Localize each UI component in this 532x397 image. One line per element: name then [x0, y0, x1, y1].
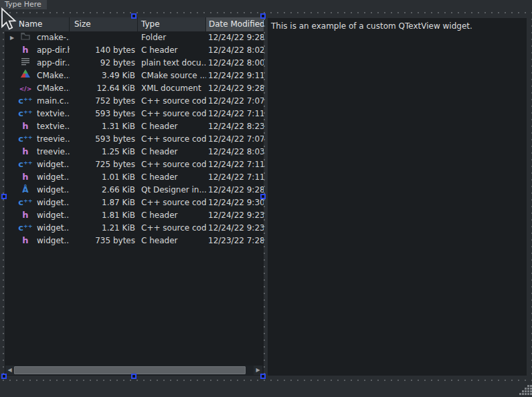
- table-row[interactable]: ▶ cmake-... Folder 12/24/22 9:28 .: [5, 31, 264, 44]
- cpp-icon: c⁺⁺: [21, 96, 30, 106]
- selection-handle[interactable]: [260, 374, 266, 379]
- folder-icon: [21, 33, 30, 43]
- scrollbar-thumb[interactable]: [14, 366, 246, 374]
- cell-type: plain text docu...: [138, 57, 206, 70]
- cell-size: 1.81 KiB: [70, 209, 138, 222]
- cell-name: h widget...: [5, 171, 70, 184]
- c-header-icon: h: [21, 211, 30, 221]
- cell-date-modified: 12/24/22 7:07 .: [206, 95, 264, 108]
- c-header-icon: h: [21, 147, 30, 157]
- cell-date-modified: 12/24/22 8:00 .: [206, 57, 264, 70]
- selection-handle[interactable]: [1, 374, 7, 379]
- cell-date-modified: 12/24/22 9:11 .: [206, 70, 264, 82]
- cpp-icon: c⁺⁺: [21, 160, 30, 170]
- cell-name: c⁺⁺ widget...: [5, 222, 70, 235]
- resize-grip[interactable]: [515, 382, 532, 396]
- qt-ui-icon: Å: [21, 185, 30, 195]
- cell-size: 92 bytes: [70, 57, 138, 70]
- cell-type: C header: [138, 209, 206, 222]
- cell-type: XML document: [138, 82, 206, 95]
- table-row[interactable]: h treevie... 1.25 KiB C header 12/24/22 …: [5, 146, 264, 158]
- cell-name: c⁺⁺ textvie...: [5, 108, 70, 120]
- cell-date-modified: 12/24/22 9:23 .: [206, 209, 264, 222]
- cell-name: h widget...: [5, 209, 70, 222]
- cell-size: 593 bytes: [70, 108, 138, 120]
- table-row[interactable]: CMake... 3.49 KiB CMake source ... 12/24…: [5, 70, 264, 82]
- cell-size: 1.31 KiB: [70, 120, 138, 133]
- cell-name: h textvie...: [5, 120, 70, 133]
- text-view-content: This is an example of a custom QTextView…: [271, 21, 472, 31]
- file-tree-view[interactable]: Name Size Type Date Modified ▶ cmake-...…: [5, 17, 264, 376]
- cell-name: c⁺⁺ main.c...: [5, 95, 70, 108]
- cell-size: 12.64 KiB: [70, 82, 138, 95]
- cell-type: Folder: [138, 31, 206, 44]
- cell-type: CMake source ...: [138, 70, 206, 82]
- cpp-icon: c⁺⁺: [21, 134, 30, 144]
- tree-header: Name Size Type Date Modified: [5, 17, 264, 31]
- cell-name: CMake...: [5, 70, 70, 82]
- cell-size: 1.01 KiB: [70, 171, 138, 184]
- cell-date-modified: 12/24/22 7:11 .: [206, 108, 264, 120]
- cell-size: 593 bytes: [70, 133, 138, 146]
- cell-size: 752 bytes: [70, 95, 138, 108]
- cell-date-modified: 12/24/22 8:02 .: [206, 44, 264, 57]
- cell-size: 3.49 KiB: [70, 70, 138, 82]
- cell-date-modified: 12/24/22 7:11 .: [206, 171, 264, 184]
- selection-handle[interactable]: [260, 13, 266, 19]
- cell-type: C header: [138, 235, 206, 247]
- cell-type: C++ source code: [138, 158, 206, 171]
- cell-type: C++ source code: [138, 108, 206, 120]
- column-header-size[interactable]: Size: [70, 17, 138, 31]
- cell-size: 140 bytes: [70, 44, 138, 57]
- selection-handle[interactable]: [1, 194, 7, 199]
- cell-size: 735 bytes: [70, 235, 138, 247]
- cell-size: 1.87 KiB: [70, 196, 138, 209]
- selection-handle[interactable]: [131, 374, 137, 379]
- table-row[interactable]: h widget... 735 bytes C header 12/23/22 …: [5, 235, 264, 247]
- cell-size: 1.25 KiB: [70, 146, 138, 158]
- cell-name: </> CMake...: [5, 82, 70, 95]
- table-row[interactable]: h widget... 1.01 KiB C header 12/24/22 7…: [5, 171, 264, 184]
- table-row[interactable]: c⁺⁺ widget... 725 bytes C++ source code …: [5, 158, 264, 171]
- table-row[interactable]: h textvie... 1.31 KiB C header 12/24/22 …: [5, 120, 264, 133]
- table-row[interactable]: h app-dir.h 140 bytes C header 12/24/22 …: [5, 44, 264, 57]
- table-row[interactable]: c⁺⁺ textvie... 593 bytes C++ source code…: [5, 108, 264, 120]
- cell-type: C++ source code: [138, 222, 206, 235]
- cell-type: C++ source code: [138, 95, 206, 108]
- mouse-cursor-icon: [0, 7, 17, 31]
- cell-type: Qt Designer in...: [138, 184, 206, 196]
- cell-date-modified: 12/24/22 9:30 .: [206, 196, 264, 209]
- cell-date-modified: 12/24/22 9:28 .: [206, 82, 264, 95]
- table-row[interactable]: c⁺⁺ widget... 1.21 KiB C++ source code 1…: [5, 222, 264, 235]
- cpp-icon: c⁺⁺: [21, 198, 30, 208]
- expander-arrow-icon[interactable]: ▶: [10, 31, 18, 44]
- c-header-icon: h: [21, 45, 30, 55]
- cell-name: c⁺⁺ widget...: [5, 158, 70, 171]
- c-header-icon: h: [21, 172, 30, 182]
- selection-handle[interactable]: [131, 13, 137, 19]
- cell-type: C++ source code: [138, 196, 206, 209]
- text-view[interactable]: This is an example of a custom QTextView…: [268, 18, 527, 376]
- cell-type: C header: [138, 120, 206, 133]
- table-row[interactable]: app-dir.... 92 bytes plain text docu... …: [5, 57, 264, 70]
- cell-name: app-dir....: [5, 57, 70, 70]
- cell-date-modified: 12/24/22 9:23 .: [206, 222, 264, 235]
- cell-name: c⁺⁺ widget...: [5, 196, 70, 209]
- cell-date-modified: 12/24/22 7:11 .: [206, 158, 264, 171]
- column-header-type[interactable]: Type: [138, 17, 206, 31]
- table-row[interactable]: </> CMake... 12.64 KiB XML document 12/2…: [5, 82, 264, 95]
- table-row[interactable]: c⁺⁺ treevie... 593 bytes C++ source code…: [5, 133, 264, 146]
- cell-type: C header: [138, 44, 206, 57]
- table-row[interactable]: c⁺⁺ widget... 1.87 KiB C++ source code 1…: [5, 196, 264, 209]
- cell-date-modified: 12/23/22 7:28 .: [206, 235, 264, 247]
- selection-handle[interactable]: [260, 194, 266, 199]
- table-row[interactable]: Å widget... 2.66 KiB Qt Designer in... 1…: [5, 184, 264, 196]
- cpp-icon: c⁺⁺: [21, 109, 30, 119]
- cell-name: h app-dir.h: [5, 44, 70, 57]
- column-header-date-modified[interactable]: Date Modified: [206, 17, 264, 31]
- table-row[interactable]: h widget... 1.81 KiB C header 12/24/22 9…: [5, 209, 264, 222]
- cell-date-modified: 12/24/22 8:03 .: [206, 146, 264, 158]
- cell-type: C header: [138, 146, 206, 158]
- cell-name: h widget...: [5, 235, 70, 247]
- table-row[interactable]: c⁺⁺ main.c... 752 bytes C++ source code …: [5, 95, 264, 108]
